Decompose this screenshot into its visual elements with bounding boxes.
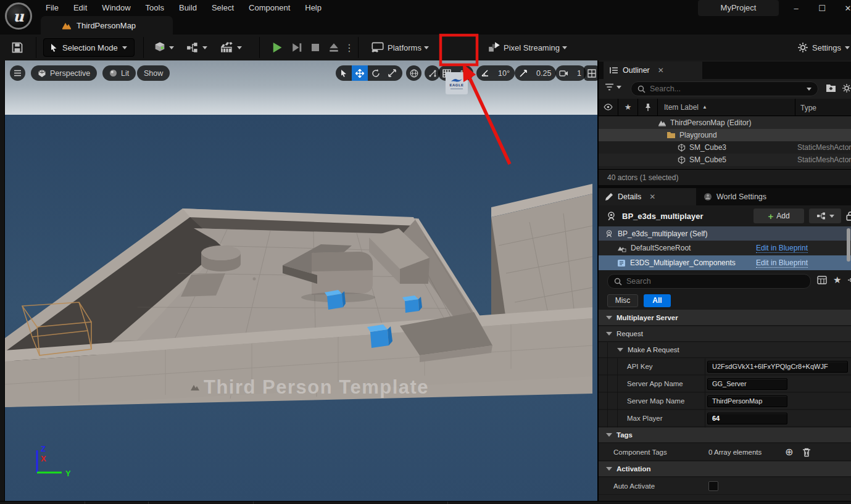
add-array-element-icon[interactable]: ⊕ [785, 446, 793, 458]
edit-in-blueprint-link[interactable]: Edit in Blueprint [756, 258, 808, 268]
stop-button[interactable] [307, 39, 323, 56]
api-key-input[interactable]: U2FsdGVkX1+6IFxYPQIgCr8+KqWJF [707, 361, 848, 373]
outliner-tab-label: Outliner [623, 66, 650, 75]
tab-world-settings[interactable]: World Settings [697, 188, 802, 205]
edit-in-blueprint-link[interactable]: Edit in Blueprint [756, 244, 808, 253]
section-multiplayer-server[interactable]: Multiplayer Server [599, 310, 851, 326]
create-folder-button[interactable] [826, 83, 836, 93]
component-list-scrollbar[interactable] [847, 228, 850, 262]
collapsed-sidebar-strip [0, 60, 5, 501]
template-watermark: Third Person Template [190, 376, 429, 399]
outliner-settings-button[interactable] [842, 83, 851, 93]
blueprint-edit-dropdown[interactable] [809, 209, 841, 223]
details-filter-row: Misc All [599, 291, 851, 310]
menu-component[interactable]: Component [241, 0, 297, 16]
minimize-button[interactable]: – [787, 0, 805, 16]
trash-icon[interactable] [802, 448, 811, 457]
settings-gear-icon[interactable] [847, 276, 851, 284]
rotation-snap-control[interactable]: 10° [476, 65, 515, 81]
selection-mode-dropdown[interactable]: Selection Mode [43, 38, 135, 57]
filter-all-button[interactable]: All [644, 294, 671, 307]
close-icon[interactable]: ✕ [658, 66, 664, 75]
platforms-dropdown[interactable]: Platforms [370, 39, 429, 56]
frame-skip-button[interactable] [289, 39, 305, 56]
scale-snap-control[interactable]: 0.25 [515, 65, 556, 81]
tab-outliner[interactable]: Outliner ✕ [604, 62, 702, 79]
world-local-space-button[interactable] [406, 65, 421, 81]
viewport-show-dropdown[interactable]: Show [137, 65, 170, 81]
select-tool-button[interactable] [336, 65, 352, 81]
max-player-input[interactable]: 64 [707, 413, 787, 424]
outliner-row-level[interactable]: ThirdPersonMap (Editor) [599, 117, 851, 129]
server-map-name-input[interactable]: ThirdPersonMap [707, 395, 787, 407]
property-row-server-map-name: Server Map Name ThirdPersonMap [599, 393, 851, 410]
add-button-label: Add [776, 212, 789, 220]
cinematics-dropdown[interactable] [220, 39, 242, 56]
filter-misc-button[interactable]: Misc [607, 294, 638, 307]
chevron-down-icon [122, 46, 127, 49]
unreal-logo-icon[interactable]: u [5, 2, 32, 30]
camera-speed-control[interactable]: 1 [555, 65, 586, 81]
blueprints-dropdown[interactable] [186, 39, 207, 56]
outliner-search-input[interactable]: Search... [631, 81, 818, 96]
item-label-column-header[interactable]: Item Label ▲ [658, 99, 795, 116]
outliner-filter-button[interactable] [605, 83, 621, 91]
viewport-perspective-dropdown[interactable]: Perspective [31, 65, 97, 81]
auto-activate-checkbox[interactable] [708, 481, 718, 491]
menu-select[interactable]: Select [204, 0, 241, 16]
viewport-lit-dropdown[interactable]: Lit [102, 65, 136, 81]
component-row-e3ds[interactable]: E3DS_Multiplayer_Components Edit in Blue… [599, 255, 851, 270]
level-viewport[interactable]: Perspective Lit Show [5, 60, 597, 501]
add-actor-dropdown[interactable] [153, 39, 174, 56]
menu-tools[interactable]: Tools [138, 0, 172, 16]
type-column-header[interactable]: Type [795, 102, 851, 113]
chevron-down-icon [807, 88, 812, 91]
outliner-row-folder[interactable]: Playground [599, 129, 851, 141]
tab-details[interactable]: Details ✕ [599, 188, 696, 205]
settings-dropdown[interactable]: Settings [797, 39, 850, 56]
selection-mode-label: Selection Mode [62, 43, 118, 52]
close-icon[interactable]: ✕ [649, 192, 655, 201]
lock-icon[interactable] [846, 211, 851, 221]
menu-build[interactable]: Build [172, 0, 204, 16]
outliner-row-sm-cube5[interactable]: SM_Cube5 StaticMeshActor [599, 154, 851, 166]
visibility-column-header[interactable] [599, 99, 618, 116]
display-options-icon[interactable] [817, 276, 827, 284]
component-row-scene-root[interactable]: DefaultSceneRoot Edit in Blueprint [599, 241, 851, 255]
section-request[interactable]: Request [599, 326, 851, 342]
component-row-self[interactable]: BP_e3ds_multiplayer (Self) [599, 226, 851, 241]
quad-view-button[interactable] [584, 65, 597, 81]
menu-window[interactable]: Window [94, 0, 138, 16]
details-search-input[interactable]: Search [607, 274, 811, 289]
tab-thirdpersonmap[interactable]: ThirdPersonMap [41, 16, 173, 35]
viewport-options-button[interactable] [10, 65, 25, 81]
menu-help[interactable]: Help [297, 0, 329, 16]
play-button[interactable] [269, 39, 285, 56]
gear-icon [842, 83, 851, 93]
section-make-a-request[interactable]: Make A Request [599, 342, 851, 358]
star-column-header[interactable]: ★ [618, 99, 638, 116]
pin-column-header[interactable] [638, 99, 658, 116]
pixel-streaming-dropdown[interactable]: Pixel Streaming [488, 39, 567, 56]
section-activation[interactable]: Activation [599, 461, 851, 477]
property-row-auto-activate: Auto Activate [599, 477, 851, 495]
outliner-type-cell: StaticMeshActor [797, 154, 851, 166]
eagle-plugin-button[interactable]: EAGLE [446, 72, 468, 94]
add-component-button[interactable]: + Add [753, 209, 804, 223]
save-button[interactable] [11, 39, 23, 56]
play-options-dots[interactable]: ⋮ [344, 39, 354, 56]
eject-button[interactable] [326, 39, 342, 56]
outliner-row-sm-cube3[interactable]: SM_Cube3 StaticMeshActor [599, 141, 851, 154]
hamburger-icon [14, 70, 22, 76]
move-tool-button[interactable] [352, 65, 368, 81]
close-button[interactable]: ✕ [839, 0, 851, 16]
maximize-button[interactable]: ☐ [813, 0, 831, 16]
rotate-tool-button[interactable] [368, 65, 384, 81]
menu-edit[interactable]: Edit [66, 0, 94, 16]
section-tags[interactable]: Tags [599, 428, 851, 443]
axis-gizmo: Z X Y [23, 444, 79, 481]
server-app-name-input[interactable]: GG_Server [707, 378, 787, 390]
scale-tool-button[interactable] [384, 65, 400, 81]
menu-file[interactable]: File [38, 0, 66, 16]
favorites-star-icon[interactable]: ★ [833, 275, 841, 286]
